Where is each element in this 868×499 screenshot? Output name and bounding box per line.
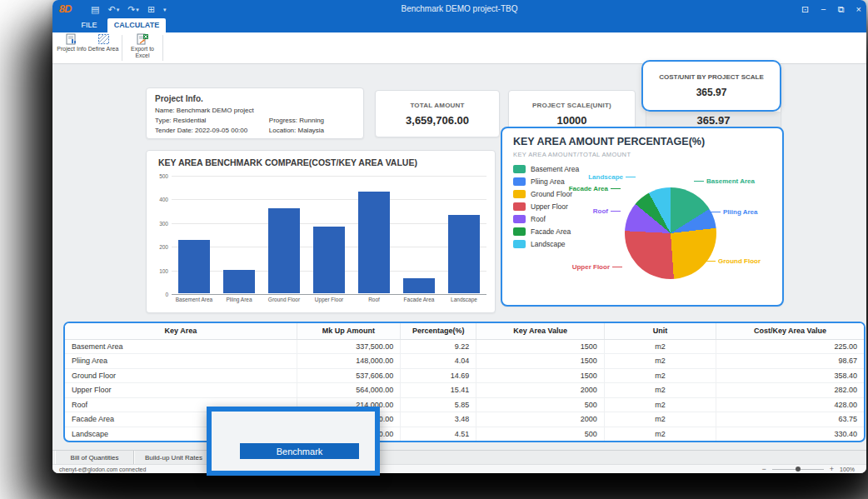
y-axis-tick: 500 <box>159 173 168 179</box>
table-cell: m2 <box>604 354 716 369</box>
table-cell: 63.75 <box>716 412 864 427</box>
table-cell: Pliing Area <box>65 354 297 369</box>
cost-unit-highlight-callout: COST/UNIT BY PROJECT SCALE 365.97 <box>641 60 781 112</box>
benchmark-table[interactable]: Key AreaMk Up AmountPercentage(%)Key Are… <box>65 323 864 442</box>
x-axis-label: Basement Area <box>176 297 212 302</box>
column-header[interactable]: Percentage(%) <box>401 323 476 339</box>
bar-gridline <box>172 176 486 177</box>
project-scale-value: 10000 <box>556 114 586 127</box>
zoom-in-icon[interactable]: + <box>830 465 834 473</box>
tab-file[interactable]: FILE <box>71 18 107 32</box>
bar-pliing-area <box>223 270 255 293</box>
table-cell: m2 <box>604 397 716 412</box>
bottom-tab-build-up-unit-rates[interactable]: Build-up Unit Rates <box>134 451 213 464</box>
table-cell: 14.69 <box>401 368 476 383</box>
benchmark-button[interactable]: Benchmark <box>240 443 359 459</box>
total-amount-label: TOTAL AMOUNT <box>410 102 464 109</box>
x-axis-label: Facade Area <box>404 297 435 302</box>
table-row[interactable]: Basement Area337,500.009.221500m2225.00 <box>65 339 864 354</box>
table-cell: 4.04 <box>401 354 476 369</box>
table-cell: 2000 <box>476 383 604 398</box>
table-row[interactable]: Facade Area127,500.003.482000m263.75 <box>65 412 864 427</box>
project-info-button[interactable]: Project Info <box>55 33 88 62</box>
window-title: Benchmark DEMO project-TBQ <box>52 0 866 18</box>
bar-gridline <box>172 223 486 224</box>
panel-toggle-icon[interactable]: ⊡ <box>801 5 809 14</box>
table-cell: 537,606.00 <box>297 368 401 383</box>
column-header[interactable]: Cost/Key Area Value <box>716 323 864 339</box>
benchmark-table-panel: Key AreaMk Up AmountPercentage(%)Key Are… <box>63 322 866 442</box>
cost-unit-callout-label: COST/UNIT BY PROJECT SCALE <box>659 73 764 81</box>
pie-label-text: Basement Area <box>706 177 755 185</box>
close-button[interactable]: × <box>856 5 861 14</box>
bar-chart-panel: KEY AREA BENCHMARK COMPARE(COST/KEY AREA… <box>146 150 496 313</box>
legend-item: Roof <box>513 215 579 223</box>
legend-label: Basement Area <box>531 165 579 173</box>
bar-facade-area <box>403 278 435 293</box>
titlebar: 8D ▤ ↶▾ ↷▾ ⊞ ▾ Benchmark DEMO project-TB… <box>52 0 866 18</box>
ribbon-separator <box>122 35 122 61</box>
minimize-button[interactable]: − <box>821 5 826 14</box>
pie-leader-line <box>711 212 721 212</box>
table-row[interactable]: Pliing Area148,000.004.041500m298.67 <box>65 354 864 369</box>
table-cell: 98.67 <box>716 354 864 369</box>
cost-unit-callout-value: 365.97 <box>696 87 727 98</box>
table-cell: 428.00 <box>716 397 864 412</box>
project-info-icon <box>66 33 78 45</box>
define-area-button[interactable]: Define Area <box>87 33 120 62</box>
legend-swatch-icon <box>513 215 526 223</box>
table-cell: 500 <box>476 397 604 412</box>
column-header[interactable]: Unit <box>604 323 716 339</box>
connection-status: chenyt-e@glodon.com connected <box>59 467 146 472</box>
app-window: 8D ▤ ↶▾ ↷▾ ⊞ ▾ Benchmark DEMO project-TB… <box>52 0 866 473</box>
pie-label-text: Upper Floor <box>572 263 610 271</box>
pie-chart-panel: KEY AREA AMOUNT PERCENTAGE(%) KEY AREA A… <box>501 127 784 307</box>
table-cell: m2 <box>604 383 716 398</box>
x-axis-label: Ground Floor <box>268 297 300 302</box>
zoom-slider[interactable] <box>772 469 824 470</box>
pie-label-facade-area: Facade Area <box>524 185 621 192</box>
table-row[interactable]: Roof214,000.005.85500m2428.00 <box>65 397 864 412</box>
zoom-out-icon[interactable]: − <box>762 465 766 473</box>
table-cell: 3.48 <box>401 412 476 427</box>
pie-label-pliing-area: Pliing Area <box>711 208 758 216</box>
pie-label-ground-floor: Ground Floor <box>706 257 761 265</box>
table-row[interactable]: Upper Floor564,000.0015.412000m2282.00 <box>65 383 864 398</box>
table-cell: 1500 <box>476 368 604 383</box>
zoom-slider-knob[interactable] <box>796 467 801 472</box>
export-to-excel-icon <box>137 33 149 45</box>
bar-chart-title: KEY AREA BENCHMARK COMPARE(COST/KEY AREA… <box>158 157 417 167</box>
table-row[interactable]: Ground Floor537,606.0014.691500m2358.40 <box>65 368 864 383</box>
table-row[interactable]: Landscape165,200.004.51500m2330.40 <box>65 427 864 442</box>
project-location: Location: Malaysia <box>269 127 355 134</box>
project-progress: Progress: Running <box>269 117 355 124</box>
y-axis-tick: 0 <box>165 292 168 297</box>
restore-button[interactable]: ⧉ <box>838 5 845 14</box>
pie-label-basement-area: Basement Area <box>694 177 755 185</box>
ribbon-tab-row: FILE CALCULATE <box>52 18 866 32</box>
column-header[interactable]: Key Area <box>65 323 297 339</box>
pie-label-text: Pliing Area <box>723 208 758 216</box>
column-header[interactable]: Mk Up Amount <box>297 323 401 339</box>
legend-swatch-icon <box>513 165 526 173</box>
table-cell: 9.22 <box>401 339 476 354</box>
table-cell: Basement Area <box>65 339 297 354</box>
bar-roof <box>358 192 390 293</box>
table-cell: 564,000.00 <box>297 383 401 398</box>
table-cell: 2000 <box>476 412 604 427</box>
pie-chart <box>625 187 716 279</box>
pie-leader-line <box>706 261 716 262</box>
tab-calculate[interactable]: CALCULATE <box>107 18 166 32</box>
bar-ground-floor <box>268 208 300 293</box>
project-tender-date: Tender Date: 2022-09-05 00:00 <box>155 127 269 134</box>
y-axis-tick: 100 <box>159 268 168 274</box>
window-controls: ⊡ − ⧉ × <box>801 0 861 18</box>
x-axis-label: Landscape <box>451 297 477 302</box>
column-header[interactable]: Key Area Value <box>476 323 604 339</box>
bottom-tab-bill-of-quantities[interactable]: Bill of Quantities <box>55 451 134 464</box>
export-to-excel-button[interactable]: Export to Excel <box>126 33 159 62</box>
project-name: Name: Benchmark DEMO project <box>155 107 355 114</box>
y-axis-tick: 400 <box>159 197 168 202</box>
legend-swatch-icon <box>513 227 526 236</box>
project-info-panel-title: Project Info. <box>155 94 355 103</box>
